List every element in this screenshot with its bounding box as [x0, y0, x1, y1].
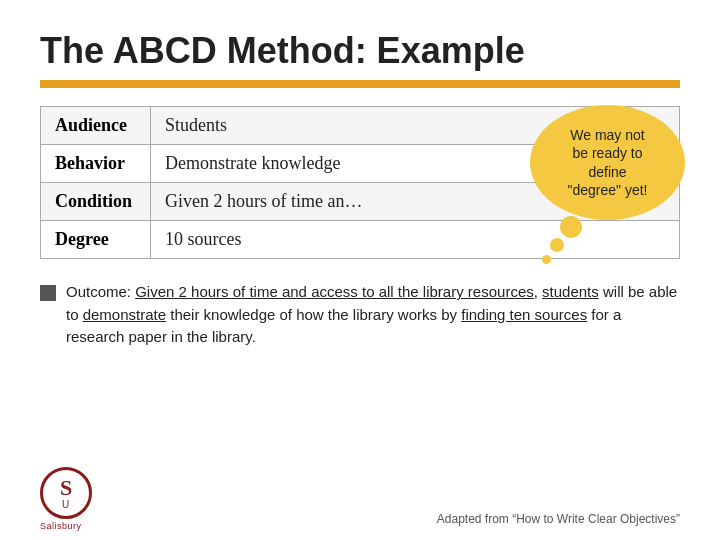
thought-dot-2 [542, 255, 551, 264]
page-title: The ABCD Method: Example [40, 30, 680, 72]
logo-area: S U Salisbury [40, 467, 110, 522]
outcome-underline-1: Given 2 hours of time and access to all … [135, 283, 534, 300]
outcome-section: Outcome: Given 2 hours of time and acces… [40, 281, 680, 349]
label-degree: Degree [41, 221, 151, 259]
bullet-icon [40, 285, 56, 301]
footer-text: Adapted from “How to Write Clear Objecti… [437, 512, 680, 526]
outcome-underline-3: demonstrate [83, 306, 166, 323]
logo-circle: S U [40, 467, 92, 519]
slide: The ABCD Method: Example Audience Studen… [0, 0, 720, 540]
label-behavior: Behavior [41, 145, 151, 183]
orange-divider [40, 80, 680, 88]
label-condition: Condition [41, 183, 151, 221]
thought-bubble: We may notbe ready todefine"degree" yet! [530, 105, 685, 220]
thought-dot-1 [550, 238, 564, 252]
thought-text: We may notbe ready todefine"degree" yet! [568, 126, 648, 199]
logo-name: Salisbury [40, 521, 110, 531]
outcome-underline-4: finding ten sources [461, 306, 587, 323]
value-degree: 10 sources [151, 221, 680, 259]
logo-u: U [62, 499, 70, 510]
label-audience: Audience [41, 107, 151, 145]
logo-s: S [60, 477, 72, 499]
thought-bubble-container: We may notbe ready todefine"degree" yet! [530, 105, 690, 220]
content-area: Audience Students Behavior Demonstrate k… [40, 106, 680, 259]
outcome-underline-2: students [542, 283, 599, 300]
outcome-text: Outcome: Given 2 hours of time and acces… [66, 281, 680, 349]
table-row: Degree 10 sources [41, 221, 680, 259]
